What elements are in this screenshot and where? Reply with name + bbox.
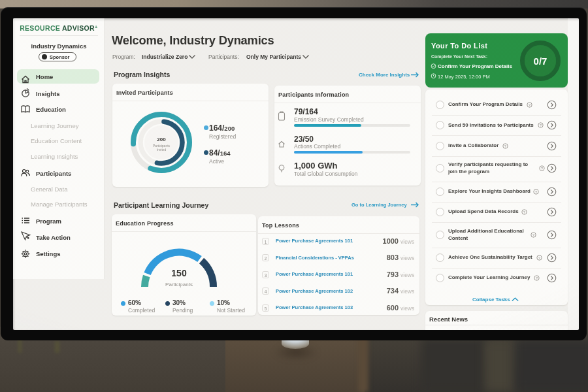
svg-text:?: ? xyxy=(541,166,543,170)
svg-text:?: ? xyxy=(504,144,506,148)
svg-text:Participants: Participants xyxy=(153,144,171,148)
svg-text:?: ? xyxy=(535,189,537,193)
svg-text:?: ? xyxy=(538,255,540,259)
svg-text:200: 200 xyxy=(157,137,166,142)
svg-text:?: ? xyxy=(523,210,525,214)
svg-text:?: ? xyxy=(536,276,538,280)
svg-text:0/7: 0/7 xyxy=(534,56,547,67)
svg-text:Invited: Invited xyxy=(157,148,167,152)
svg-text:?: ? xyxy=(540,123,542,127)
svg-text:Participants: Participants xyxy=(165,282,193,287)
svg-text:?: ? xyxy=(529,103,531,106)
svg-text:150: 150 xyxy=(171,268,187,278)
svg-text:?: ? xyxy=(532,233,534,237)
